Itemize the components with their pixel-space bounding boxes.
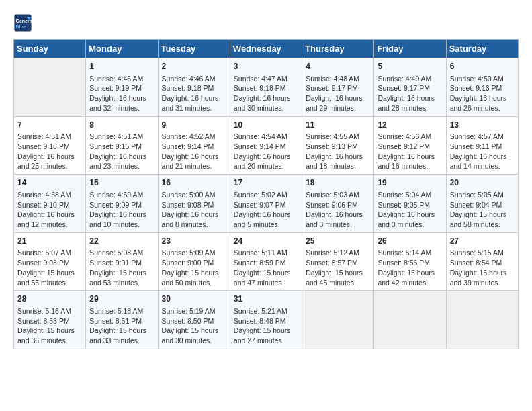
cell-line: Sunrise: 4:47 AM (234, 74, 298, 84)
cell-line: Daylight: 16 hours (306, 152, 370, 162)
calendar-cell: 21Sunrise: 5:07 AMSunset: 9:03 PMDayligh… (14, 232, 86, 291)
calendar-cell: 10Sunrise: 4:54 AMSunset: 9:14 PMDayligh… (230, 116, 302, 175)
cell-line: and 27 minutes. (234, 336, 298, 346)
cell-line: Sunset: 9:18 PM (234, 83, 298, 93)
calendar-cell: 12Sunrise: 4:56 AMSunset: 9:12 PMDayligh… (374, 116, 446, 175)
cell-line: Sunset: 9:00 PM (162, 258, 226, 268)
cell-line: Sunset: 9:17 PM (378, 83, 442, 93)
week-row-4: 21Sunrise: 5:07 AMSunset: 9:03 PMDayligh… (14, 232, 519, 291)
cell-line: Sunrise: 4:52 AM (162, 132, 226, 142)
cell-line: Daylight: 15 hours (17, 326, 82, 336)
calendar-cell: 8Sunrise: 4:51 AMSunset: 9:15 PMDaylight… (86, 116, 158, 175)
cell-line: and 58 minutes. (450, 220, 515, 230)
day-number: 4 (306, 61, 370, 73)
calendar-cell: 26Sunrise: 5:14 AMSunset: 8:56 PMDayligh… (374, 232, 446, 291)
cell-line: and 10 minutes. (89, 220, 154, 230)
day-number: 1 (89, 61, 154, 73)
calendar-cell: 27Sunrise: 5:15 AMSunset: 8:54 PMDayligh… (446, 232, 518, 291)
cell-line: and 45 minutes. (306, 278, 370, 288)
cell-line: and 0 minutes. (378, 220, 442, 230)
calendar-cell: 6Sunrise: 4:50 AMSunset: 9:16 PMDaylight… (446, 58, 518, 117)
day-number: 12 (378, 120, 442, 131)
cell-line: and 30 minutes. (162, 336, 226, 346)
cell-line: Sunset: 8:51 PM (89, 316, 154, 326)
day-number: 20 (450, 177, 515, 189)
cell-line: Sunset: 8:50 PM (162, 316, 226, 326)
cell-line: Daylight: 16 hours (17, 210, 82, 220)
cell-line: Sunrise: 5:05 AM (450, 190, 515, 200)
page-header: General Blue (13, 13, 519, 32)
day-number: 13 (450, 120, 515, 131)
cell-line: Daylight: 15 hours (234, 268, 298, 278)
cell-line: and 16 minutes. (378, 161, 442, 171)
day-number: 7 (17, 120, 82, 131)
cell-line: Sunrise: 5:12 AM (306, 248, 370, 258)
cell-line: and 26 minutes. (450, 103, 515, 113)
calendar-cell: 17Sunrise: 5:02 AMSunset: 9:07 PMDayligh… (230, 175, 302, 233)
cell-line: Daylight: 15 hours (450, 210, 515, 220)
cell-line: and 39 minutes. (450, 278, 515, 288)
cell-line: and 20 minutes. (234, 161, 298, 171)
cell-line: Sunset: 9:10 PM (17, 200, 82, 210)
calendar-cell: 30Sunrise: 5:19 AMSunset: 8:50 PMDayligh… (158, 291, 230, 349)
calendar-cell: 23Sunrise: 5:09 AMSunset: 9:00 PMDayligh… (158, 232, 230, 291)
calendar-cell (374, 291, 446, 349)
cell-line: and 30 minutes. (234, 103, 298, 113)
cell-line: Daylight: 15 hours (378, 268, 442, 278)
cell-line: Daylight: 16 hours (306, 210, 370, 220)
calendar-cell: 16Sunrise: 5:00 AMSunset: 9:08 PMDayligh… (158, 175, 230, 233)
column-header-friday: Friday (374, 40, 446, 58)
day-number: 21 (17, 236, 82, 247)
cell-line: Daylight: 16 hours (378, 210, 442, 220)
cell-line: Sunset: 9:14 PM (234, 142, 298, 152)
cell-line: Sunrise: 5:15 AM (450, 248, 515, 258)
cell-line: Sunrise: 5:16 AM (17, 306, 82, 316)
cell-line: Daylight: 16 hours (234, 93, 298, 103)
cell-line: Daylight: 16 hours (89, 152, 154, 162)
cell-line: Sunset: 8:48 PM (234, 316, 298, 326)
cell-line: Sunrise: 5:04 AM (378, 190, 442, 200)
day-number: 19 (378, 177, 442, 189)
cell-line: Sunset: 9:07 PM (234, 200, 298, 210)
logo-icon: General Blue (13, 13, 32, 32)
week-row-3: 14Sunrise: 4:58 AMSunset: 9:10 PMDayligh… (14, 175, 519, 233)
calendar-cell: 15Sunrise: 4:59 AMSunset: 9:09 PMDayligh… (86, 175, 158, 233)
cell-line: Daylight: 15 hours (89, 326, 154, 336)
cell-line: and 8 minutes. (162, 220, 226, 230)
cell-line: Sunrise: 5:11 AM (234, 248, 298, 258)
cell-line: Sunrise: 4:46 AM (89, 74, 154, 84)
cell-line: Sunset: 9:16 PM (450, 83, 515, 93)
day-number: 29 (89, 293, 154, 305)
day-number: 18 (306, 177, 370, 189)
calendar-cell: 18Sunrise: 5:03 AMSunset: 9:06 PMDayligh… (302, 175, 374, 233)
cell-line: Sunset: 9:08 PM (162, 200, 226, 210)
cell-line: Sunset: 9:19 PM (89, 83, 154, 93)
day-number: 27 (450, 236, 515, 247)
cell-line: Sunrise: 5:19 AM (162, 306, 226, 316)
day-number: 6 (450, 61, 515, 73)
cell-line: Daylight: 15 hours (17, 268, 82, 278)
calendar-cell (302, 291, 374, 349)
cell-line: Sunset: 8:56 PM (378, 258, 442, 268)
cell-line: Sunset: 9:01 PM (89, 258, 154, 268)
column-header-monday: Monday (86, 40, 158, 58)
calendar-cell: 20Sunrise: 5:05 AMSunset: 9:04 PMDayligh… (446, 175, 518, 233)
cell-line: Sunset: 9:05 PM (378, 200, 442, 210)
cell-line: and 32 minutes. (89, 103, 154, 113)
cell-line: Sunrise: 5:00 AM (162, 190, 226, 200)
cell-line: Sunrise: 4:59 AM (89, 190, 154, 200)
calendar-cell: 5Sunrise: 4:49 AMSunset: 9:17 PMDaylight… (374, 58, 446, 117)
column-header-tuesday: Tuesday (158, 40, 230, 58)
cell-line: Sunrise: 4:54 AM (234, 132, 298, 142)
calendar-cell: 29Sunrise: 5:18 AMSunset: 8:51 PMDayligh… (86, 291, 158, 349)
day-number: 30 (162, 293, 226, 305)
calendar-cell: 1Sunrise: 4:46 AMSunset: 9:19 PMDaylight… (86, 58, 158, 117)
calendar-cell (14, 58, 86, 117)
calendar-cell: 19Sunrise: 5:04 AMSunset: 9:05 PMDayligh… (374, 175, 446, 233)
cell-line: Sunrise: 4:49 AM (378, 74, 442, 84)
calendar-cell: 14Sunrise: 4:58 AMSunset: 9:10 PMDayligh… (14, 175, 86, 233)
cell-line: and 33 minutes. (89, 336, 154, 346)
cell-line: Sunset: 8:59 PM (234, 258, 298, 268)
cell-line: Sunset: 9:03 PM (17, 258, 82, 268)
cell-line: Daylight: 15 hours (162, 268, 226, 278)
